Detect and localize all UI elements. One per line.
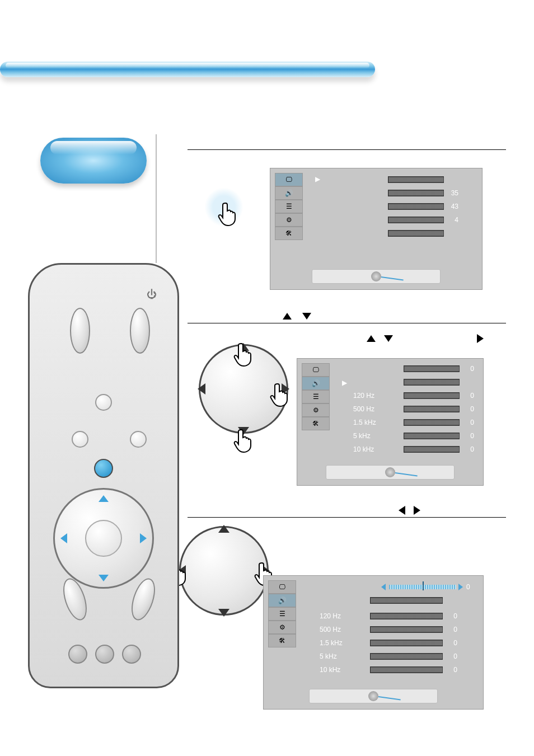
step2-updown-glyphs xyxy=(283,311,311,321)
osd3-val-3: 0 xyxy=(446,639,457,647)
osd2-val-0: 0 xyxy=(463,365,474,373)
remote-bottom-button xyxy=(122,645,141,664)
down-arrow-icon xyxy=(302,313,311,320)
slider-right-arrow-icon xyxy=(458,584,463,590)
osd3-label-5: 10 kHz xyxy=(320,666,370,674)
osd3-tab-setup1: ⚙ xyxy=(268,621,296,634)
osd2-val-4: 0 xyxy=(463,419,474,426)
up-arrow-icon xyxy=(218,525,229,533)
chevron-right-icon: ▶ xyxy=(342,379,347,387)
osd-footer-hint xyxy=(326,465,455,480)
osd3-val-1: 0 xyxy=(446,612,457,620)
osd3-label-2: 500 Hz xyxy=(320,626,370,633)
osd1-tab-sound: 🔊 xyxy=(275,186,303,200)
right-arrow-icon xyxy=(140,533,147,543)
osd2-label-5: 5 kHz xyxy=(353,432,404,440)
down-arrow-icon xyxy=(384,335,393,342)
osd1-tab-setup1: ⚙ xyxy=(275,213,303,227)
step2-right-glyph xyxy=(477,333,484,343)
osd1-tab-setup2: 🛠 xyxy=(275,227,303,240)
step3-leftright-glyphs xyxy=(399,505,420,515)
hand-pointer-icon xyxy=(232,426,255,453)
osd1-val-1: 35 xyxy=(447,189,458,197)
down-arrow-icon xyxy=(99,575,109,581)
osd3-label-3: 1.5 kHz xyxy=(320,639,370,647)
menu-button-press xyxy=(204,187,243,227)
remote-bottom-button xyxy=(68,645,87,664)
osd3-tab-features: ☰ xyxy=(268,607,296,621)
hand-pointer-icon xyxy=(232,340,255,367)
left-arrow-icon xyxy=(198,383,205,395)
osd3-val-5: 0 xyxy=(446,666,457,674)
chevron-right-icon: ▶ xyxy=(315,175,320,183)
osd2-label-6: 10 kHz xyxy=(353,445,404,453)
osd3-slider-value: 0 xyxy=(466,583,470,591)
remote-small-button xyxy=(95,394,112,411)
osd3-tab-sound: 🔊 xyxy=(268,594,296,607)
step3-line xyxy=(188,517,506,518)
hand-pointer-icon xyxy=(269,381,291,407)
osd2-tab-sound: 🔊 xyxy=(302,377,330,390)
osd1-val-3: 4 xyxy=(447,216,458,224)
osd-footer-hint xyxy=(309,689,438,703)
osd2-label-4: 1.5 kHz xyxy=(353,419,404,426)
osd2-tab-setup2: 🛠 xyxy=(302,417,330,430)
remote-small-button xyxy=(72,431,88,448)
osd2-val-5: 0 xyxy=(463,432,474,440)
header-bar xyxy=(0,62,375,77)
section-pill xyxy=(40,138,147,184)
remote-menu-button xyxy=(94,459,113,478)
osd3-val-4: 0 xyxy=(446,652,457,660)
osd3-slider: 0 xyxy=(381,583,476,591)
osd-panel-2: 🖵 🔊 ☰ ⚙ 🛠 ▶ 0 120 Hz0 500 Hz0 1.5 kHz0 5… xyxy=(297,358,484,486)
remote-oval-button xyxy=(70,308,90,354)
joystick-icon xyxy=(371,271,381,281)
osd3-label-1: 120 Hz xyxy=(320,612,370,620)
step2-line2-glyphs xyxy=(367,333,393,343)
osd-panel-1: 🖵 🔊 ☰ ⚙ 🛠 ▶ 35 43 4 xyxy=(270,168,483,290)
osd2-val-6: 0 xyxy=(463,445,474,453)
osd1-tab-picture: 🖵 xyxy=(275,173,303,186)
remote-nav-ring xyxy=(53,488,154,589)
left-arrow-icon xyxy=(60,533,67,543)
step2-line xyxy=(188,323,506,323)
remote-bottom-button xyxy=(95,645,114,664)
osd2-tab-setup1: ⚙ xyxy=(302,403,330,417)
up-arrow-icon xyxy=(99,495,109,502)
osd2-label-3: 500 Hz xyxy=(353,405,404,413)
osd1-val-2: 43 xyxy=(447,203,458,210)
left-arrow-icon xyxy=(399,506,405,515)
osd2-label-2: 120 Hz xyxy=(353,392,404,400)
joystick-icon xyxy=(385,467,395,477)
osd1-tab-features: ☰ xyxy=(275,200,303,213)
hand-pointer-icon xyxy=(217,200,239,227)
power-icon: ⏻ xyxy=(147,289,157,300)
remote-oval-button xyxy=(130,308,150,354)
osd3-tab-picture: 🖵 xyxy=(268,580,296,594)
osd2-val-3: 0 xyxy=(463,405,474,413)
remote-ok-button xyxy=(85,520,122,557)
remote-small-button xyxy=(130,431,147,448)
osd2-tab-features: ☰ xyxy=(302,390,330,403)
remote-control: ⏻ xyxy=(28,263,179,688)
osd3-label-4: 5 kHz xyxy=(320,652,370,660)
osd3-val-2: 0 xyxy=(446,626,457,633)
osd2-val-2: 0 xyxy=(463,392,474,400)
osd2-tab-picture: 🖵 xyxy=(302,363,330,377)
right-arrow-icon xyxy=(414,506,420,515)
up-arrow-icon xyxy=(283,313,292,320)
osd-footer-hint xyxy=(312,269,441,284)
step1-line xyxy=(188,149,506,150)
osd3-tab-setup2: 🛠 xyxy=(268,634,296,647)
right-arrow-icon xyxy=(477,334,484,343)
joystick-icon xyxy=(368,691,378,701)
up-arrow-icon xyxy=(367,335,376,342)
osd-panel-3: 🖵 🔊 ☰ ⚙ 🛠 0 120 Hz0 500 Hz0 1.5 kHz0 5 k… xyxy=(263,575,484,710)
down-arrow-icon xyxy=(218,609,229,617)
divider xyxy=(156,134,157,263)
slider-left-arrow-icon xyxy=(381,584,386,590)
